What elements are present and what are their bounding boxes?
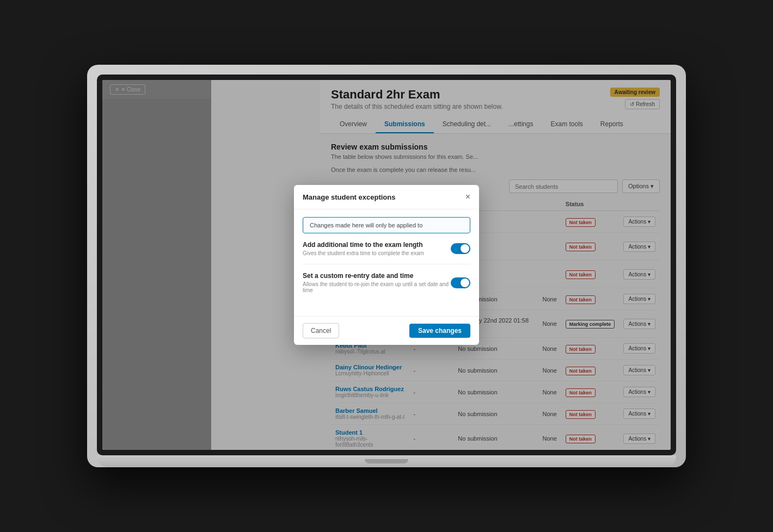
- toggle-1-labels: Add additional time to the exam length G…: [303, 241, 424, 256]
- manage-exceptions-modal: Manage student exceptions × Changes made…: [294, 185, 479, 345]
- modal-title: Manage student exceptions: [303, 193, 395, 201]
- save-changes-button[interactable]: Save changes: [409, 324, 470, 338]
- toggle-knob-1: [461, 244, 469, 253]
- toggle-row-2: Set a custom re-entry date and time Allo…: [303, 272, 470, 293]
- modal-info-text: Changes made here will only be applied t…: [310, 222, 422, 228]
- toggle-1-desc: Gives the student extra time to complete…: [303, 250, 424, 256]
- modal-close-button[interactable]: ×: [465, 193, 470, 201]
- toggle-2-desc: Allows the student to re-join the exam u…: [303, 281, 451, 293]
- toggle-section-1: Add additional time to the exam length G…: [303, 241, 470, 264]
- modal-body: Changes made here will only be applied t…: [294, 209, 479, 316]
- modal-header: Manage student exceptions ×: [294, 185, 479, 209]
- toggle-knob-2: [461, 279, 469, 287]
- toggle-switch-2[interactable]: [451, 277, 470, 288]
- toggle-2-labels: Set a custom re-entry date and time Allo…: [303, 272, 451, 293]
- toggle-switch-1[interactable]: [451, 243, 470, 254]
- toggle-row-1: Add additional time to the exam length G…: [303, 241, 470, 256]
- cancel-button[interactable]: Cancel: [303, 323, 339, 338]
- modal-info-box: Changes made here will only be applied t…: [303, 217, 470, 233]
- toggle-section-2: Set a custom re-entry date and time Allo…: [303, 272, 470, 301]
- modal-footer: Cancel Save changes: [294, 316, 479, 345]
- modal-overlay: Manage student exceptions × Changes made…: [102, 80, 671, 450]
- toggle-1-title: Add additional time to the exam length: [303, 241, 424, 249]
- toggle-2-title: Set a custom re-entry date and time: [303, 272, 451, 280]
